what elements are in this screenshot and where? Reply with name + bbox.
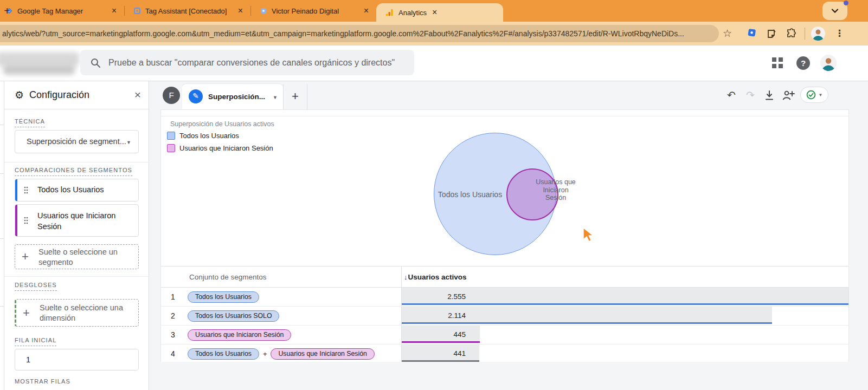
close-icon[interactable]: × [134,88,141,101]
tab-title: Google Tag Manager [17,7,106,15]
tab-title: Analytics [398,9,427,17]
drop-dimension-text: Suelte o seleccione una dimensión [40,303,140,323]
chevron-down-icon [831,9,839,13]
segment-card-todos[interactable]: Todos los Usuarios [15,179,139,202]
browser-tab-tag-assistant[interactable]: Tag Assistant [Conectado] × [128,0,248,22]
chip-joiner: + [263,350,267,358]
collapsed-variables-panel-edge [0,81,4,390]
body-area: ⚙ Configuración × TÉCNICA Superposición … [0,81,868,390]
download-icon[interactable] [762,88,777,103]
add-sheet-button[interactable]: + [283,84,307,109]
row-number: 4 [168,344,178,362]
tecnica-select-value: Superposición de segment... [27,137,126,146]
sheet-tab-label: Superposición... [208,93,265,101]
divider [4,162,149,162]
legend-label: Todos los Usuarios [179,132,239,140]
screen: Google Tag Manager × Tag Assistant [Cone… [0,0,868,390]
browser-profile-avatar[interactable] [811,27,825,41]
fila-inicial-input[interactable] [15,349,139,370]
sheet-tab-superposicion[interactable]: ✎ Superposición... ▼ [182,84,283,109]
tab-separator [124,6,125,16]
tab-close-icon[interactable]: × [238,6,243,16]
segment-chip[interactable]: Todos los Usuarios [188,348,259,360]
table-row[interactable]: 1 Todos los Usuarios 2.555 [161,288,848,307]
search-input[interactable] [108,58,401,68]
legend-item-iniciaron: Usuarios que Iniciaron Sesión [167,144,273,152]
redacted-text-blur [3,64,75,75]
configuracion-header: ⚙ Configuración × [4,81,149,109]
plus-icon: + [22,250,29,264]
site-tab-icon [260,7,267,15]
column-header-usuarios-activos[interactable]: ↓Usuarios activos [404,266,467,288]
segment-chip[interactable]: Todos los Usuarios [188,291,259,303]
row-number: 1 [168,288,178,306]
row-number: 2 [168,307,178,325]
drag-handle-icon[interactable] [24,186,28,194]
segment-chip[interactable]: Todos los Usuarios SOLO [188,310,279,322]
new-tab-button[interactable]: + [0,4,14,18]
row-value: 445 [402,326,466,344]
segment-card-iniciaron-sesion[interactable]: Usuarios que Iniciaron Sesión [15,204,139,237]
row-number: 3 [168,326,178,344]
drop-segment-zone[interactable]: + Suelte o seleccione un segmento [15,244,139,269]
tab-separator [250,6,251,16]
section-label-comparaciones: COMPARACIONES DE SEGMENTOS [15,167,132,176]
ga-search-bar[interactable] [80,50,414,75]
notes-extension-icon[interactable] [767,28,777,39]
drop-dimension-zone[interactable]: + Suelte o seleccione una dimensión [15,299,139,327]
chevron-down-icon: ▼ [126,140,131,145]
browser-tab-analytics-active[interactable]: Analytics × [376,3,503,22]
bookmark-star-icon[interactable]: ☆ [723,27,732,40]
segment-label: Todos los Usuarios [37,185,104,194]
cursor-pointer-arrow [582,227,596,242]
chevron-down-icon[interactable]: ▼ [273,95,278,100]
notification-dot [844,1,848,5]
venn-label-todos: Todos los Usuarios [421,190,519,199]
extensions-puzzle-icon[interactable] [786,28,797,39]
chevron-down-icon: ▼ [819,93,823,98]
tab-title: Victor Peinado Digital [272,7,358,15]
browser-url-row: alytics/web/?utm_source=marketingplatfor… [0,22,868,46]
search-icon [90,57,101,68]
table-body: 1 Todos los Usuarios 2.555 2 Todos los U… [161,288,848,362]
window-chevron-button[interactable] [822,2,847,20]
table-row[interactable]: 3 Usuarios que Iniciaron Sesión 445 [161,326,848,344]
approval-status-button[interactable]: ▼ [800,87,828,103]
apps-grid-icon[interactable] [772,57,783,68]
legend-swatch-blue [167,132,175,140]
gear-icon: ⚙ [15,89,24,101]
url-text: alytics/web/?utm_source=marketingplatfor… [2,29,684,38]
ga-account-avatar[interactable] [820,55,837,71]
drag-handle-icon[interactable] [24,217,28,224]
tag-assistant-extension-icon[interactable] [747,28,758,39]
undo-icon[interactable]: ↶ [724,88,739,103]
browser-menu-kebab-icon[interactable]: ⋮ [835,28,844,39]
tecnica-select[interactable]: Superposición de segment... ▼ [15,130,139,153]
browser-chrome: Google Tag Manager × Tag Assistant [Cone… [0,0,868,22]
url-field[interactable]: alytics/web/?utm_source=marketingplatfor… [0,25,719,42]
share-add-user-icon[interactable] [781,88,796,103]
legend-swatch-purple [167,144,175,152]
browser-tab-victor-peinado[interactable]: Victor Peinado Digital × [254,0,374,22]
drop-segment-text: Suelte o seleccione un segmento [38,247,133,268]
browser-tab-gtm[interactable]: Google Tag Manager × [0,0,122,22]
table-header: Conjunto de segmentos ↓Usuarios activos [161,266,848,288]
redo-icon: ↷ [743,88,758,103]
help-icon[interactable]: ? [796,56,810,70]
tab-close-icon[interactable]: × [112,6,117,16]
legend-item-todos: Todos los Usuarios [167,132,239,140]
row-value: 2.114 [402,307,466,325]
segment-chip[interactable]: Usuarios que Iniciaron Sesión [271,348,374,360]
divider [161,116,848,116]
tab-close-icon[interactable]: × [432,8,437,17]
ga-header: ? [0,46,868,81]
table-row[interactable]: 4 Todos los Usuarios + Usuarios que Inic… [161,344,848,362]
column-header-segmentos[interactable]: Conjunto de segmentos [189,266,267,288]
table-row[interactable]: 2 Todos los Usuarios SOLO 2.114 [161,307,848,326]
plus-icon: + [23,306,30,320]
tab-close-icon[interactable]: × [364,6,369,16]
analytics-tab-icon [385,9,393,16]
row-value: 441 [402,344,466,362]
tab-title: Tag Assistant [Conectado] [145,7,233,15]
segment-chip[interactable]: Usuarios que Iniciaron Sesión [188,329,291,341]
